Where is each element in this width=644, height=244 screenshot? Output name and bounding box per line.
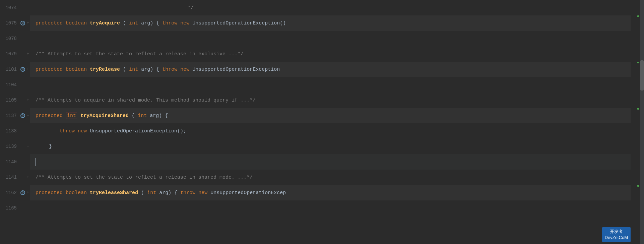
gutter-1101: 1101 Q + <box>0 62 30 77</box>
cursor-1140 <box>33 158 36 166</box>
minimap-mark-1 <box>637 15 639 17</box>
gutter-icons-1075[interactable]: Q + <box>20 21 30 25</box>
line-number-1137: 1137 <box>0 108 20 123</box>
plus-icon-1141[interactable]: + <box>26 175 30 179</box>
code-content-1141: /** Attempts to set the state to reflect… <box>33 175 253 180</box>
watermark-line2: DevZe.CoM <box>605 235 628 241</box>
code-content-1162: protected boolean tryReleaseShared ( int… <box>33 190 286 196</box>
plus-icon-1101[interactable]: + <box>26 67 30 71</box>
bookmark-icon-1162[interactable]: Q <box>20 190 25 195</box>
line-number-1141: 1141 <box>0 170 20 185</box>
code-content-1074: */ <box>33 5 194 11</box>
gutter-1140: 1140 <box>0 154 30 170</box>
keyword-boolean-1162: boolean <box>66 190 87 196</box>
code-editor: 1074 */ 1075 Q + protected boolean tryAc… <box>0 0 644 244</box>
gutter-icons-1079[interactable]: + <box>20 52 30 56</box>
code-content-1138: throw new UnsupportedOperationException(… <box>33 128 186 134</box>
code-content-1139: } <box>33 144 52 149</box>
line-number-1104: 1104 <box>0 77 20 93</box>
code-line-1078 <box>30 31 631 46</box>
plus-icon-1162[interactable]: + <box>26 191 30 195</box>
keyword-throw-1138: throw <box>60 128 75 134</box>
keyword-new-1101: new <box>180 67 189 72</box>
line-number-1138: 1138 <box>0 123 20 139</box>
line-number-1162: 1162 <box>0 185 20 200</box>
gutter-icons-1101[interactable]: Q + <box>20 67 30 72</box>
keyword-protected-1101: protected <box>36 67 63 72</box>
plus-icon-1105[interactable]: + <box>26 98 30 102</box>
code-line-1105: /** Attempts to acquire in shared mode. … <box>30 93 631 108</box>
comment-1105: /** Attempts to acquire in shared mode. … <box>36 98 256 103</box>
code-content-1075: protected boolean tryAcquire ( int arg) … <box>33 20 286 26</box>
keyword-new-1162: new <box>198 190 207 196</box>
param-type-1162: int <box>147 190 156 196</box>
bookmark-icon-1137[interactable]: Q <box>20 113 25 118</box>
scrollbar-track[interactable] <box>640 0 644 244</box>
method-name-1137: tryAcquireShared <box>80 113 129 119</box>
empty-area <box>0 216 631 244</box>
gutter-icons-1139[interactable]: − <box>20 144 30 148</box>
code-line-1101: protected boolean tryRelease ( int arg) … <box>30 62 631 77</box>
code-content-1101: protected boolean tryRelease ( int arg) … <box>33 67 280 72</box>
minimap-mark-4 <box>637 185 639 187</box>
keyword-throw-1101: throw <box>162 67 177 72</box>
minus-icon-1137[interactable]: − <box>26 114 30 118</box>
keyword-boolean-1101: boolean <box>66 67 87 72</box>
keyword-protected-1137: protected <box>36 113 63 119</box>
param-type-1101: int <box>129 67 138 72</box>
gutter-icons-1141[interactable]: + <box>20 175 30 179</box>
line-number-1078: 1078 <box>0 31 20 46</box>
line-number-1165: 1165 <box>0 200 20 216</box>
gutter-1105: 1105 + <box>0 93 30 108</box>
code-line-1140 <box>30 154 631 170</box>
bookmark-icon-1075[interactable]: Q <box>20 21 25 25</box>
code-content-1079: /** Attempts to set the state to reflect… <box>33 51 244 57</box>
comment-1141: /** Attempts to set the state to reflect… <box>36 175 253 180</box>
keyword-boolean-1075: boolean <box>66 20 87 26</box>
code-line-1165 <box>30 200 631 216</box>
gutter-1137: 1137 Q − <box>0 108 30 123</box>
code-content-1137: protected int tryAcquireShared ( int arg… <box>33 113 168 119</box>
plus-icon-1075[interactable]: + <box>26 21 30 25</box>
gutter-icons-1162[interactable]: Q + <box>20 190 30 195</box>
code-line-1074: */ <box>30 0 631 15</box>
code-line-1139: } <box>30 139 631 154</box>
code-line-1141: /** Attempts to set the state to reflect… <box>30 170 631 185</box>
gutter-1138: 1138 <box>0 123 30 139</box>
watermark-line1: 开发者 <box>605 229 628 235</box>
watermark: 开发者 DevZe.CoM <box>602 227 631 242</box>
line-number-1101: 1101 <box>0 62 20 77</box>
method-name-1101: tryRelease <box>90 67 120 72</box>
code-line-1137: protected int tryAcquireShared ( int arg… <box>30 108 631 123</box>
text-cursor <box>36 158 36 166</box>
param-type-1137: int <box>138 113 147 119</box>
gutter-icons-1137[interactable]: Q − <box>20 113 30 118</box>
bookmark-icon-1101[interactable]: Q <box>20 67 25 72</box>
keyword-new-1075: new <box>180 20 189 26</box>
code-line-1104 <box>30 77 631 93</box>
gutter-icons-1105[interactable]: + <box>20 98 30 102</box>
scrollbar-thumb[interactable] <box>640 60 644 90</box>
method-name-1162: tryReleaseShared <box>90 190 138 196</box>
keyword-throw-1162: throw <box>180 190 195 196</box>
method-name-1075: tryAcquire <box>90 20 120 26</box>
line-number-1074: 1074 <box>0 0 20 15</box>
line-number-1139: 1139 <box>0 139 20 154</box>
closing-brace-1139: } <box>49 144 52 149</box>
gutter-1141: 1141 + <box>0 170 30 185</box>
code-line-1075: protected boolean tryAcquire ( int arg) … <box>30 15 631 31</box>
gutter-1165: 1165 <box>0 200 30 216</box>
gutter-1162: 1162 Q + <box>0 185 30 200</box>
keyword-int-highlighted-1137: int <box>66 113 77 119</box>
line-number-1105: 1105 <box>0 93 20 108</box>
gutter-1139: 1139 − <box>0 139 30 154</box>
minus-icon-1139[interactable]: − <box>26 144 30 148</box>
keyword-throw-1075: throw <box>162 20 177 26</box>
code-line-1162: protected boolean tryReleaseShared ( int… <box>30 185 631 200</box>
gutter-1079: 1079 + <box>0 46 30 62</box>
plus-icon-1079[interactable]: + <box>26 52 30 56</box>
code-line-1079: /** Attempts to set the state to reflect… <box>30 46 631 62</box>
keyword-protected-1075: protected <box>36 20 63 26</box>
comment-1079: /** Attempts to set the state to reflect… <box>36 51 244 57</box>
minimap-mark-2 <box>637 62 639 63</box>
